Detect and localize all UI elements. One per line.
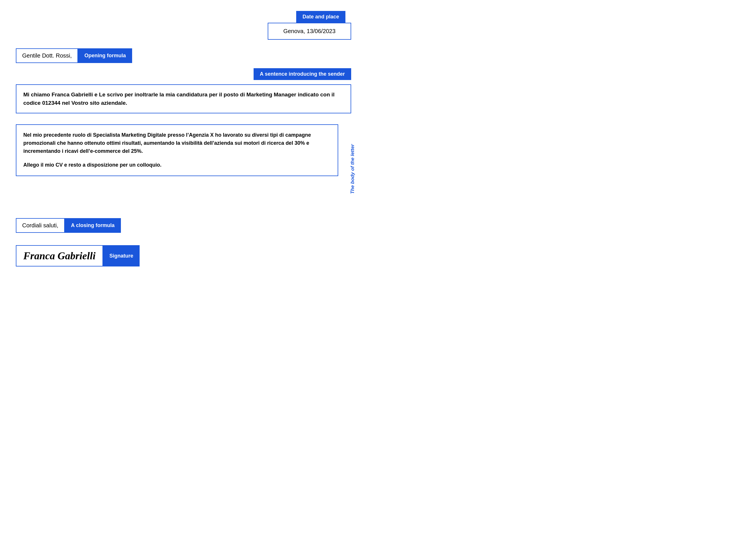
letter-page: Date and place Genova, 13/06/2023 Gentil… xyxy=(0,0,367,280)
opening-formula-section: Gentile Dott. Rossi, Opening formula xyxy=(16,48,132,63)
body-vertical-label: The body of the letter xyxy=(347,124,358,214)
body-label-text: The body of the letter xyxy=(350,144,355,194)
body-paragraph-1: Nel mio precedente ruolo di Specialista … xyxy=(23,131,331,155)
closing-formula-label: A closing formula xyxy=(65,218,121,233)
signature-box: Franca Gabrielli xyxy=(16,245,103,266)
body-text: Nel mio precedente ruolo di Specialista … xyxy=(16,124,338,176)
sender-intro-label-section: A sentence introducing the sender xyxy=(254,68,351,80)
sender-intro-text: Mi chiamo Franca Gabrielli e Le scrivo p… xyxy=(16,84,351,113)
closing-text: Cordiali saluti, xyxy=(16,218,65,233)
date-place-section: Date and place Genova, 13/06/2023 xyxy=(268,11,351,40)
opening-formula-label: Opening formula xyxy=(78,48,132,63)
sender-intro-label: A sentence introducing the sender xyxy=(254,68,351,80)
closing-formula-section: Cordiali saluti, A closing formula xyxy=(16,218,121,233)
body-content: Nel mio precedente ruolo di Specialista … xyxy=(16,124,338,176)
sender-intro-content: Mi chiamo Franca Gabrielli e Le scrivo p… xyxy=(16,84,351,113)
opening-text: Gentile Dott. Rossi, xyxy=(16,48,78,63)
signature-label: Signature xyxy=(103,245,140,266)
body-paragraph-2: Allego il mio CV e resto a disposizione … xyxy=(23,161,331,169)
date-place-label: Date and place xyxy=(296,11,345,23)
date-value: Genova, 13/06/2023 xyxy=(268,23,351,40)
signature-text: Franca Gabrielli xyxy=(23,250,96,262)
signature-section: Franca Gabrielli Signature xyxy=(16,245,140,266)
